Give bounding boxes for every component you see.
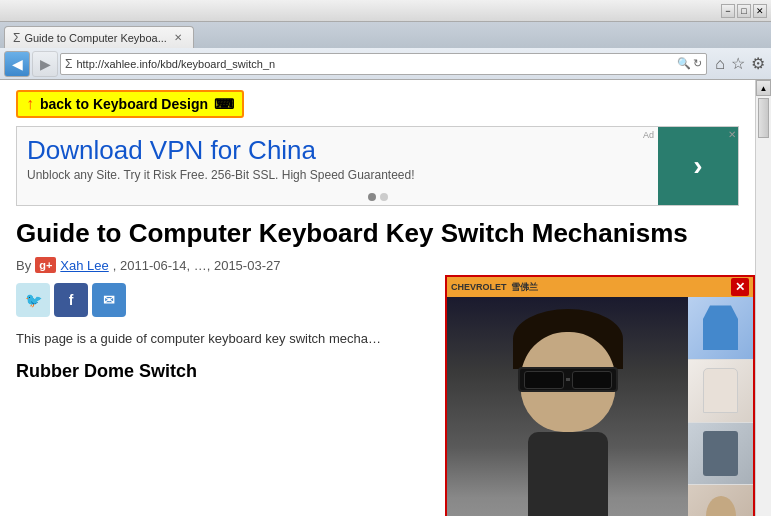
author-line: By g+ Xah Lee , 2011-06-14, …, 2015-03-2… xyxy=(16,257,739,273)
reddit-icon: 🐦 xyxy=(25,292,42,308)
author-name-link[interactable]: Xah Lee xyxy=(60,258,108,273)
popup-brand: CHEVROLET xyxy=(451,282,507,292)
article-title: Guide to Computer Keyboard Key Switch Me… xyxy=(16,218,739,249)
search-icon[interactable]: 🔍 xyxy=(677,57,691,70)
author-date: , 2011-06-14, …, 2015-03-27 xyxy=(113,258,281,273)
page-area: ↑ back to Keyboard Design ⌨ Download VPN… xyxy=(0,80,771,516)
gear-icon[interactable]: ⚙ xyxy=(749,52,767,75)
scrollbar-up-button[interactable]: ▲ xyxy=(756,80,771,96)
popup-image: ¥79.0 复古男士偏光开车... xyxy=(447,297,688,516)
star-icon[interactable]: ☆ xyxy=(729,52,747,75)
popup-sidebar-item-2[interactable] xyxy=(688,360,753,423)
active-tab[interactable]: Σ Guide to Computer Keyboa... ✕ xyxy=(4,26,194,48)
ad-banner: Download VPN for China Unblock any Site.… xyxy=(16,126,739,206)
tab-close-icon[interactable]: ✕ xyxy=(171,31,185,45)
facebook-share-button[interactable]: f xyxy=(54,283,88,317)
forward-button[interactable]: ▶ xyxy=(32,51,58,77)
navigation-bar: ◀ ▶ Σ http://xahlee.info/kbd/keyboard_sw… xyxy=(0,48,771,80)
title-bar: − □ ✕ xyxy=(0,0,771,22)
popup-brand-cn: 雪佛兰 xyxy=(511,281,538,294)
popup-sidebar-item-1[interactable] xyxy=(688,297,753,360)
maximize-button[interactable]: □ xyxy=(737,4,751,18)
tab-sigma-icon: Σ xyxy=(13,31,20,45)
title-bar-buttons: − □ ✕ xyxy=(721,4,767,18)
popup-ad: CHEVROLET 雪佛兰 ✕ xyxy=(445,275,755,516)
back-to-keyboard-design-link[interactable]: ↑ back to Keyboard Design ⌨ xyxy=(16,90,244,118)
popup-sidebar-item-4[interactable] xyxy=(688,485,753,516)
address-bar[interactable]: Σ http://xahlee.info/kbd/keyboard_switch… xyxy=(60,53,707,75)
ad-subtitle: Unblock any Site. Try it Risk Free. 256-… xyxy=(27,168,648,182)
gplus-icon: g+ xyxy=(35,257,56,273)
popup-main: ¥79.0 复古男士偏光开车... xyxy=(447,297,753,516)
ad-close-icon[interactable]: ✕ xyxy=(728,129,736,140)
scrollbar[interactable]: ▲ xyxy=(755,80,771,516)
home-icon[interactable]: ⌂ xyxy=(713,53,727,75)
tab-bar: Σ Guide to Computer Keyboa... ✕ xyxy=(0,22,771,48)
tab-label: Guide to Computer Keyboa... xyxy=(24,32,166,44)
popup-close-button[interactable]: ✕ xyxy=(731,278,749,296)
reddit-share-button[interactable]: 🐦 xyxy=(16,283,50,317)
ad-dots xyxy=(368,193,388,201)
keyboard-icon: ⌨ xyxy=(214,96,234,112)
back-arrow-icon: ↑ xyxy=(26,95,34,113)
author-prefix: By xyxy=(16,258,31,273)
ad-label: Ad xyxy=(641,129,656,141)
email-share-button[interactable]: ✉ xyxy=(92,283,126,317)
minimize-button[interactable]: − xyxy=(721,4,735,18)
ad-dot-1[interactable] xyxy=(368,193,376,201)
popup-sidebar xyxy=(688,297,753,516)
address-sigma-icon: Σ xyxy=(65,57,72,71)
email-icon: ✉ xyxy=(103,292,115,308)
ad-title: Download VPN for China xyxy=(27,135,648,166)
browser-frame: − □ ✕ Σ Guide to Computer Keyboa... ✕ ◀ … xyxy=(0,0,771,516)
scrollbar-thumb[interactable] xyxy=(758,98,769,138)
page-content: ↑ back to Keyboard Design ⌨ Download VPN… xyxy=(0,80,755,516)
ad-dot-2[interactable] xyxy=(380,193,388,201)
back-link-label: back to Keyboard Design xyxy=(40,96,208,112)
ad-content: Download VPN for China Unblock any Site.… xyxy=(17,127,658,205)
facebook-icon: f xyxy=(69,292,74,308)
back-button[interactable]: ◀ xyxy=(4,51,30,77)
ad-arrow-icon: › xyxy=(693,150,702,182)
address-text: http://xahlee.info/kbd/keyboard_switch_n xyxy=(76,58,673,70)
ad-right-button[interactable]: › xyxy=(658,127,738,205)
address-icons: 🔍 ↻ xyxy=(677,57,702,70)
close-button[interactable]: ✕ xyxy=(753,4,767,18)
refresh-icon[interactable]: ↻ xyxy=(693,57,702,70)
popup-sidebar-item-3[interactable] xyxy=(688,423,753,486)
toolbar-icons: ⌂ ☆ ⚙ xyxy=(713,52,767,75)
popup-header: CHEVROLET 雪佛兰 ✕ xyxy=(447,277,753,297)
